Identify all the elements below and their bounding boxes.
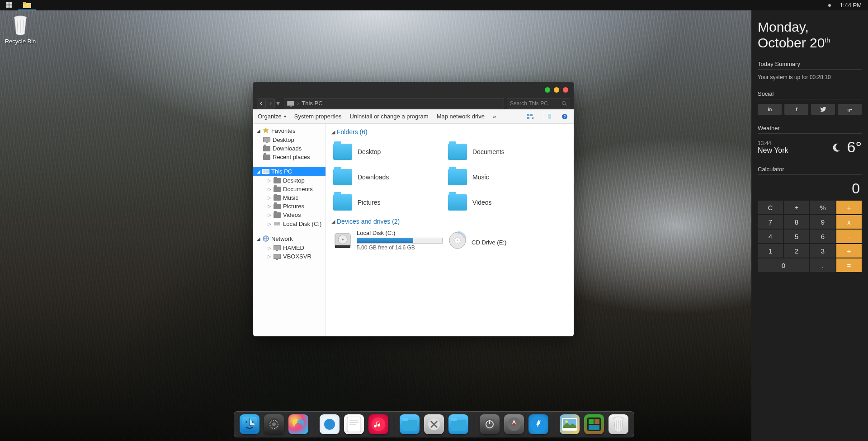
svg-point-55 (513, 423, 515, 426)
dock-trash[interactable] (609, 414, 628, 434)
calc-key-5[interactable]: 5 (784, 230, 809, 243)
dock-taskmgr[interactable] (584, 414, 604, 434)
calc-key-6[interactable]: 6 (810, 230, 835, 243)
calc-key-%[interactable]: % (810, 201, 835, 214)
dock-settings[interactable] (264, 414, 284, 434)
dock-safari[interactable] (320, 414, 340, 434)
nav-pc-documents[interactable]: ▷Documents (253, 185, 326, 193)
calc-key-7[interactable]: 7 (758, 215, 783, 229)
nav-pc-localdisk[interactable]: ▷Local Disk (C:) (253, 219, 326, 228)
system-properties-button[interactable]: System properties (294, 113, 342, 120)
calc-key-3[interactable]: 3 (810, 244, 835, 258)
nav-pc-videos[interactable]: ▷Videos (253, 211, 326, 219)
calc-key-4[interactable]: 4 (758, 230, 783, 243)
calc-key-.[interactable]: . (810, 258, 835, 272)
calc-key-+[interactable]: + (836, 201, 862, 214)
dock-appstore[interactable] (528, 414, 548, 434)
dock-utilities[interactable] (424, 414, 444, 434)
traffic-light-maximize[interactable] (554, 87, 559, 93)
traffic-light-close[interactable] (563, 87, 568, 93)
folder-music[interactable]: Music (446, 164, 561, 190)
taskbar-clock[interactable]: 1:44 PM (840, 2, 862, 9)
nav-forward-button[interactable] (266, 99, 275, 108)
dock-music-folder[interactable] (448, 414, 468, 434)
drive-cd-e[interactable]: CD Drive (E:) (446, 229, 561, 252)
address-bar[interactable]: › This PC (284, 99, 504, 108)
uninstall-program-button[interactable]: Uninstall or change a program (350, 113, 429, 120)
tray-indicator-icon[interactable] (828, 4, 831, 7)
nav-pc-music[interactable]: ▷Music (253, 193, 326, 202)
nav-this-pc[interactable]: ◢This PC (253, 167, 326, 176)
calc-key-x[interactable]: x (836, 215, 862, 229)
folder-pictures[interactable]: Pictures (331, 190, 446, 215)
calc-key-+[interactable]: + (836, 244, 862, 258)
svg-text:f: f (796, 107, 797, 112)
drives-section-header[interactable]: ◢Devices and drives (2) (331, 218, 568, 225)
nav-pc-desktop[interactable]: ▷Desktop (253, 176, 326, 185)
social-twitter-button[interactable] (811, 104, 835, 115)
nav-fav-recent[interactable]: Recent places (253, 153, 326, 161)
map-network-drive-button[interactable]: Map network drive (437, 113, 485, 120)
breadcrumb-location: This PC (302, 100, 322, 107)
weather-row[interactable]: 13:44 New York 6° (758, 138, 862, 156)
dock-itunes[interactable] (368, 414, 388, 434)
dock-launchpad[interactable] (504, 414, 524, 434)
svg-rect-4 (23, 3, 31, 8)
nav-back-button[interactable] (257, 99, 266, 108)
content-pane: ◢Folders (6) Desktop Documents Downloads… (326, 124, 574, 336)
dock-textedit[interactable] (344, 414, 364, 434)
more-commands-button[interactable]: » (493, 113, 496, 120)
dock-downloads-folder[interactable] (400, 414, 420, 434)
svg-rect-0 (6, 2, 9, 5)
folder-documents[interactable]: Documents (446, 139, 561, 164)
nav-net-vboxsvr[interactable]: ▷VBOXSVR (253, 252, 326, 261)
search-placeholder: Search This PC (510, 100, 548, 107)
nav-pc-pictures[interactable]: ▷Pictures (253, 202, 326, 211)
hdd-icon (333, 231, 352, 250)
recycle-bin[interactable]: Recycle Bin (5, 15, 36, 45)
social-linkedin-button[interactable]: in (758, 104, 782, 115)
view-options-button[interactable] (526, 112, 535, 121)
folders-section-header[interactable]: ◢Folders (6) (331, 128, 568, 136)
help-button[interactable]: ? (560, 112, 569, 121)
dock-power[interactable] (480, 414, 500, 434)
titlebar[interactable] (253, 82, 574, 97)
svg-point-31 (245, 421, 247, 423)
folder-downloads[interactable]: Downloads (331, 164, 446, 190)
nav-net-hamed[interactable]: ▷HAMED (253, 244, 326, 252)
nav-favorites[interactable]: ◢Favorites (253, 126, 326, 136)
taskbar-explorer-icon[interactable] (18, 0, 36, 10)
folder-videos[interactable]: Videos (446, 190, 561, 215)
calc-key-1[interactable]: 1 (758, 244, 783, 258)
nav-fav-downloads[interactable]: Downloads (253, 144, 326, 153)
calc-key-±[interactable]: ± (784, 201, 809, 214)
command-bar: Organize▾ System properties Uninstall or… (253, 109, 574, 124)
svg-point-38 (295, 423, 302, 430)
organize-menu[interactable]: Organize▾ (258, 113, 286, 120)
calc-key-0[interactable]: 0 (758, 258, 809, 272)
calc-key-8[interactable]: 8 (784, 215, 809, 229)
nav-fav-desktop[interactable]: Desktop (253, 136, 326, 144)
dock-finder[interactable] (240, 414, 259, 434)
start-button[interactable] (0, 0, 18, 10)
dock-photo[interactable] (560, 414, 580, 434)
nav-network[interactable]: ◢Network (253, 234, 326, 244)
calc-key--[interactable]: - (836, 230, 862, 243)
calc-key-=[interactable]: = (836, 258, 862, 272)
panel-social-header: Social (758, 90, 862, 99)
calc-key-9[interactable]: 9 (810, 215, 835, 229)
calc-key-C[interactable]: C (758, 201, 783, 214)
traffic-light-minimize[interactable] (545, 87, 550, 93)
social-gplus-button[interactable]: g+ (838, 104, 862, 115)
explorer-window: ▾ › This PC Search This PC Organize▾ Sys… (253, 82, 574, 337)
drive-local-disk-c[interactable]: Local Disk (C:) 5.00 GB free of 14.6 GB (331, 229, 446, 252)
social-facebook-button[interactable]: f (784, 104, 808, 115)
navigation-pane: ◢Favorites Desktop Downloads Recent plac… (253, 124, 326, 336)
folder-desktop[interactable]: Desktop (331, 139, 446, 164)
search-input[interactable]: Search This PC (507, 99, 570, 108)
preview-pane-button[interactable] (543, 112, 552, 121)
nav-history-dropdown[interactable]: ▾ (275, 99, 281, 108)
calc-key-2[interactable]: 2 (784, 244, 809, 258)
dock-game-center[interactable] (288, 414, 308, 434)
this-pc-icon (287, 101, 294, 106)
